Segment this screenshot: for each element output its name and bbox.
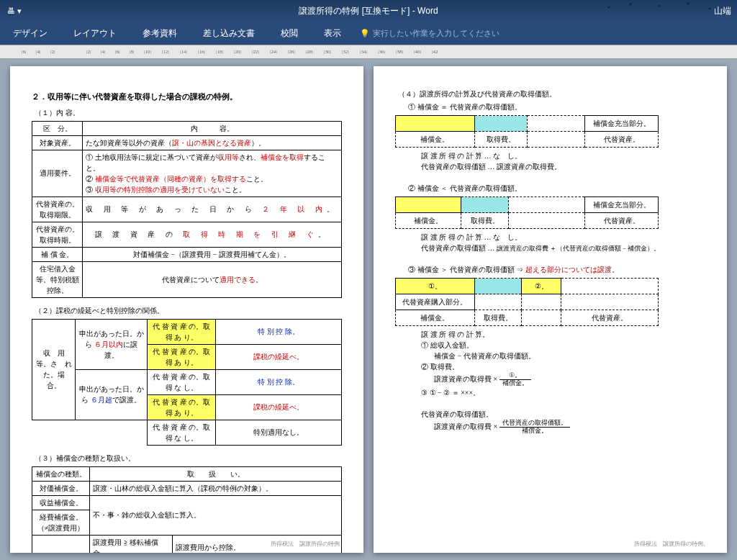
text-line: ② 取得費。	[421, 361, 705, 372]
cell: 代 替 資 産 の。取 得 あ り。	[148, 319, 216, 344]
subsection-3-label: （３）補償金の種類と取扱い。	[35, 453, 342, 464]
window-title: 譲渡所得の特例 [互換モード] - Word	[299, 5, 438, 17]
cell: 代 替 資 産 の。取 得 な し。	[148, 369, 216, 394]
case-3-title: ③ 補償金 ＞ 代替資産の取得価額 ⇒ 超える部分については譲渡。	[408, 264, 705, 275]
text-line: ① 総収入金額。	[421, 340, 705, 351]
cell: たな卸資産等以外の資産（譲・山の基因となる資産）。	[83, 135, 342, 150]
diagram-3: ①。②。 代替資産購入部分。 補償金。取得費。代替資産。	[395, 278, 659, 326]
page-1[interactable]: ２．収用等に伴い代替資産を取得した場合の課税の特例。 （１）内 容。 区 分。内…	[10, 66, 363, 553]
text-line: 代替資産の取得価額。	[421, 409, 705, 420]
cell: 収益補償金。	[32, 495, 90, 510]
cell: 譲渡・山林の総収入金額に算入（課税の特例の対象）。	[90, 481, 342, 495]
text-line: 譲 渡 所 得 の 計 算 … な し。	[421, 150, 705, 161]
text-line: 代替資産の取得価額 … 譲渡資産の取得費。	[421, 161, 705, 172]
cell: 経費補償金。（≠譲渡費用）	[32, 510, 90, 535]
table-contents: 区 分。内 容。 対象資産。 たな卸資産等以外の資産（譲・山の基因となる資産）。…	[32, 121, 342, 298]
tab-view[interactable]: 表示	[311, 22, 354, 45]
horizontal-ruler[interactable]: |6||4||2| |2||4||6||8| |10||12||14||16| …	[0, 45, 737, 59]
case-1-title: ① 補償金 ＝ 代替資産の取得価額。	[408, 101, 705, 112]
cell: 適用要件。	[32, 150, 83, 197]
cell: 代 替 資 産 の。取 得 あ り。	[148, 394, 216, 420]
th: 補償金の種類。	[32, 466, 90, 481]
tell-me-field[interactable]: 💡実行したい作業を入力してください	[360, 28, 499, 39]
tab-references[interactable]: 参考資料	[130, 22, 190, 45]
document-workspace: ２．収用等に伴い代替資産を取得した場合の課税の特例。 （１）内 容。 区 分。内…	[0, 59, 737, 560]
cell: 代替資産の。取得期限。	[32, 197, 83, 222]
cell: 収 用 等 が あ っ た 日 か ら ２ 年 以 内。	[83, 197, 342, 222]
cell: 代 替 資 産 の。取 得 な し。	[148, 420, 216, 445]
page-footer: 所得税法 譲渡所得の特例。	[271, 540, 345, 548]
text-line: 譲渡資産の取得費 × ①。補償金。	[434, 372, 705, 387]
tab-mailings[interactable]: 差し込み文書	[190, 22, 268, 45]
cell: 代替資産の。取得時期。	[32, 222, 83, 247]
cell: 課税の繰延べ。	[216, 344, 342, 369]
ribbon-tabs: デザイン レイアウト 参考資料 差し込み文書 校閲 表示 💡実行したい作業を入力…	[0, 22, 737, 45]
cell: 住宅借入金等。特別税額控除。	[32, 261, 83, 297]
page-footer: 所得税法 譲渡所得の特例。	[634, 540, 709, 548]
tab-design[interactable]: デザイン	[0, 22, 60, 45]
section-2-title: ２．収用等に伴い代替資産を取得した場合の課税の特例。	[32, 91, 342, 103]
cell: 申出があった日。から ６月超で譲渡。	[76, 369, 148, 420]
cell: 不・事・雑の総収入金額に算入。	[90, 495, 342, 535]
diagram-2: 補償金充当部分。 補償金。取得費。代替資産。	[395, 197, 659, 229]
th: 取 扱 い。	[90, 466, 342, 481]
text-line: 譲 渡 所 得 の 計 算 … な し。	[421, 232, 705, 243]
title-bar: 🖶 ▾ 譲渡所得の特例 [互換モード] - Word 山端	[0, 0, 737, 22]
cell: 移転補償金。	[32, 535, 90, 553]
decorative-birds-icon	[593, 0, 737, 22]
cell: 課税の繰延べ。	[216, 394, 342, 420]
case-2-title: ② 補償金 ＜ 代替資産の取得価額。	[408, 183, 705, 194]
cell: 特別適用なし。	[216, 420, 342, 445]
cell: 特 別 控 除。	[216, 369, 342, 394]
cell: 収 用 等。さ れ た。場 合。	[32, 319, 76, 420]
cell: 対象資産。	[32, 135, 83, 150]
text-line: ③ ① − ② ＝ ×××。	[421, 387, 705, 398]
cell: 対価補償金 −（譲渡費用 − 譲渡費用補てん金）。	[83, 247, 342, 261]
cell: ① 土地収用法等に規定に基づいて資産が収用等され、補償金を取得すること。 ② 補…	[83, 150, 342, 197]
cell: 補 償 金。	[32, 247, 83, 261]
table-deferral: 収 用 等。さ れ た。場 合。 申出があった日。から ６月以内に譲渡。 代 替…	[32, 319, 342, 446]
cell: 譲 渡 資 産 の 取 得 時 期 を 引 継 ぐ。	[83, 222, 342, 247]
cell: 代 替 資 産 の。取 得 あ り。	[148, 344, 216, 369]
subsection-1-label: （１）内 容。	[35, 107, 342, 118]
cell: 対価補償金。	[32, 481, 90, 495]
subsection-4-label: （４）譲渡所得の計算及び代替資産の取得価額。	[398, 89, 705, 99]
page-2[interactable]: （４）譲渡所得の計算及び代替資産の取得価額。 ① 補償金 ＝ 代替資産の取得価額…	[374, 66, 727, 553]
text-line: 補償金 − 代替資産の取得価額。	[434, 351, 705, 361]
text-line: 譲 渡 所 得 の 計 算。	[421, 329, 705, 340]
cell: 代替資産について適用できる。	[83, 261, 342, 297]
cell: 申出があった日。から ６月以内に譲渡。	[76, 319, 148, 369]
tab-layout[interactable]: レイアウト	[60, 22, 130, 45]
th-detail: 内 容。	[83, 121, 342, 135]
diagram-1: 補償金充当部分。 補償金。取得費。代替資産。	[395, 115, 659, 148]
text-line: 代替資産の取得価額 … 譲渡資産の取得費 ＋（代替資産の取得価額 − 補償金）。	[421, 243, 705, 253]
cell: 譲渡費用 ≧ 移転補償金。	[90, 535, 173, 553]
bulb-icon: 💡	[360, 29, 370, 37]
th-category: 区 分。	[32, 121, 83, 135]
subsection-2-label: （２）課税の繰延べと特別控除の関係。	[35, 305, 342, 316]
text-line: 譲渡資産の取得費 × 代替資産の取得価額。補償金。	[434, 420, 705, 435]
cell: 特 別 控 除。	[216, 319, 342, 344]
tab-review[interactable]: 校閲	[268, 22, 311, 45]
quick-print-icon[interactable]: 🖶 ▾	[7, 6, 22, 16]
